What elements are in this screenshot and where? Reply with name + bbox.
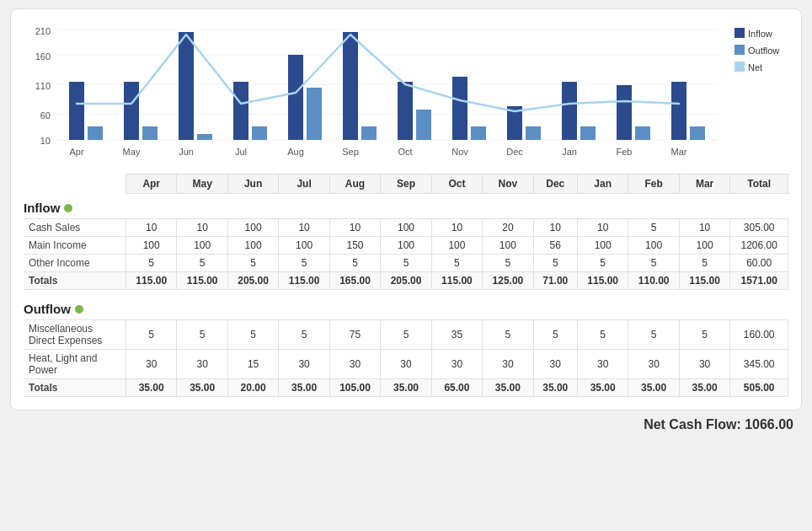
table-container: Apr May Jun Jul Aug Sep Oct Nov Dec Jan … [24,174,788,397]
cash-sales-label: Cash Sales [24,219,126,237]
inflow-totals-label: Totals [24,272,126,290]
svg-rect-13 [233,82,248,140]
inflow-section-header: Inflow [24,194,788,219]
heat-light-label: Heat, Light andPower [24,350,126,379]
svg-text:Jan: Jan [562,147,577,157]
col-header-apr: Apr [126,174,176,194]
svg-text:Outflow: Outflow [748,46,779,56]
svg-text:Jun: Jun [179,147,194,157]
svg-rect-50 [735,62,745,72]
heat-light-row: Heat, Light andPower 30 30 15 30 30 30 3… [24,350,788,379]
svg-rect-26 [307,88,322,140]
inflow-indicator [64,204,72,212]
cash-sales-nov: 20 [483,219,533,237]
cash-sales-jan: 10 [577,219,628,237]
inflow-totals-row: Totals 115.00 115.00 205.00 115.00 165.0… [24,272,788,290]
table-header-row: Apr May Jun Jul Aug Sep Oct Nov Dec Jan … [24,174,788,194]
svg-rect-46 [735,28,745,38]
svg-rect-33 [690,126,705,140]
net-cash-flow: Net Cash Flow: 1066.00 [10,417,802,432]
svg-text:110: 110 [35,81,51,91]
cash-sales-mar: 10 [679,219,729,237]
svg-rect-15 [343,32,358,140]
misc-expenses-label: MiscellaneousDirect Expenses [24,320,126,350]
other-income-row: Other Income 5 5 5 5 5 5 5 5 5 5 5 5 60.… [24,255,788,272]
col-header-dec: Dec [533,174,577,194]
col-header-aug: Aug [329,174,380,194]
svg-text:Mar: Mar [671,147,687,157]
outflow-label: Outflow [24,302,71,316]
outflow-section-header: Outflow [24,295,788,320]
cash-sales-may: 10 [177,219,227,237]
svg-rect-14 [288,55,303,140]
other-income-total: 60.00 [730,255,788,272]
main-income-total: 1206.00 [730,237,788,255]
svg-text:Nov: Nov [451,147,468,157]
cash-sales-sep: 100 [381,219,431,237]
cash-sales-oct: 10 [431,219,482,237]
svg-text:60: 60 [40,110,51,121]
outflow-totals-label: Totals [24,379,126,397]
svg-text:10: 10 [40,136,51,146]
col-header-nov: Nov [483,174,533,194]
svg-text:May: May [123,147,141,157]
svg-rect-17 [452,77,467,140]
net-cash-flow-label: Net Cash Flow: [644,417,741,432]
col-header-oct: Oct [431,174,482,194]
svg-rect-28 [416,110,431,140]
cash-sales-dec: 10 [533,219,577,237]
svg-text:Inflow: Inflow [748,29,772,39]
heat-light-total: 345.00 [730,350,788,379]
other-income-label: Other Income [24,255,126,272]
svg-rect-12 [179,32,194,140]
misc-expenses-row: MiscellaneousDirect Expenses 5 5 5 5 75 … [24,320,788,350]
cash-flow-table: Apr May Jun Jul Aug Sep Oct Nov Dec Jan … [24,174,788,397]
cash-sales-aug: 10 [329,219,380,237]
svg-text:Apr: Apr [69,147,83,157]
svg-rect-20 [617,85,632,140]
misc-expenses-total: 160.00 [730,320,788,350]
outflow-indicator [75,305,83,314]
cash-sales-apr: 10 [126,219,176,237]
cash-sales-row: Cash Sales 10 10 100 10 10 100 10 20 10 … [24,219,788,237]
svg-text:Feb: Feb [617,147,633,157]
col-header-name [24,174,126,194]
col-header-jul: Jul [279,174,329,194]
svg-rect-32 [635,126,650,140]
svg-rect-24 [197,134,212,140]
svg-text:Oct: Oct [398,147,412,157]
col-header-jan: Jan [577,174,628,194]
svg-rect-19 [562,82,577,140]
svg-rect-16 [398,82,413,140]
col-header-sep: Sep [381,174,431,194]
svg-text:Aug: Aug [287,147,304,157]
svg-rect-31 [580,126,596,140]
col-header-jun: Jun [227,174,278,194]
cash-sales-feb: 5 [628,219,679,237]
svg-rect-25 [252,126,267,140]
inflow-totals-total: 1571.00 [730,272,788,290]
svg-rect-48 [735,45,745,55]
main-container: 210 160 110 60 10 [10,8,802,410]
cash-sales-total: 305.00 [730,219,788,237]
svg-rect-27 [361,126,377,140]
chart-area: 210 160 110 60 10 [24,18,788,165]
svg-rect-23 [142,126,158,140]
svg-text:Sep: Sep [342,147,359,157]
svg-text:Dec: Dec [506,147,523,157]
svg-text:160: 160 [35,51,51,62]
col-header-mar: Mar [679,174,729,194]
main-income-row: Main Income 100 100 100 100 150 100 100 … [24,237,788,255]
svg-rect-21 [671,82,686,140]
svg-rect-11 [124,82,139,140]
svg-text:Jul: Jul [235,147,247,157]
outflow-totals-total: 505.00 [730,379,788,397]
svg-rect-10 [69,82,84,140]
chart-svg: 210 160 110 60 10 [24,18,788,165]
col-header-feb: Feb [628,174,679,194]
svg-rect-29 [471,126,486,140]
col-header-total: Total [730,174,788,194]
main-income-label: Main Income [24,237,126,255]
net-cash-flow-value: 1066.00 [745,417,793,432]
svg-text:Net: Net [748,62,762,72]
